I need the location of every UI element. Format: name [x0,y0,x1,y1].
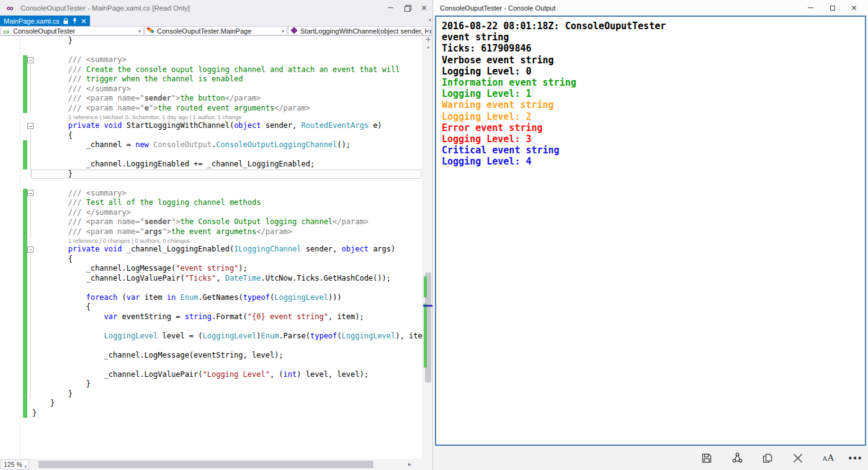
font-size-icon[interactable]: AA [816,446,841,470]
code-line [0,360,423,370]
change-bar [23,189,27,199]
code-text: } [32,399,55,409]
code-line: } [0,389,423,399]
copy-icon[interactable] [755,446,780,470]
member-dropdown-value: StartLoggingWithChannel(object sender, R… [300,27,432,35]
class-icon [147,27,155,34]
console-line: Logging Level: 1 [442,88,859,99]
vs-close-button[interactable]: ✕ [416,0,432,16]
code-text: { [32,255,73,264]
console-lines: 2016-08-22 08:01:18Z: ConsoleOuputTester… [442,20,859,167]
code-line: /// <param name="args">the event argumet… [0,227,423,237]
visual-studio-logo-icon: ∞ [4,3,16,13]
codelens-line[interactable]: 1 reference | Michael S. Scherotter, 1 d… [0,113,423,121]
code-line: var eventString = string.Format("{0} eve… [0,312,423,322]
change-bar [23,140,27,150]
console-minimize-button[interactable] [800,0,821,16]
console-maximize-button[interactable] [821,0,843,16]
change-bar [23,302,27,312]
code-text: { [32,302,91,312]
share-icon[interactable] [725,446,749,470]
console-line: Logging Level: 4 [442,156,859,167]
console-line: 2016-08-22 08:01:18Z: ConsoleOuputTester [442,20,859,32]
change-bar [23,379,27,389]
change-bar [23,283,27,293]
code-text: _channel.LoggingEnabled += _channel_Logg… [32,160,315,169]
code-text: /// Create the console ouput logging cha… [32,65,400,75]
code-text: /// Test all of the logging channel meth… [32,198,261,208]
change-bar [23,399,27,409]
code-text: } [32,389,73,399]
change-bar [23,208,27,218]
code-line: − /// <summary> [0,189,423,199]
code-line: LoggingLevel level = (LoggingLevel)Enum.… [0,332,423,341]
change-bar [23,322,27,332]
project-dropdown[interactable]: C# ConsoleOuputTester ▾ [1,26,144,35]
lock-icon [63,18,68,24]
code-line: /// <param name="sender">the button</par… [0,94,423,104]
change-bar [23,389,27,399]
code-text: /// trigger when the channel is enabled [32,75,243,84]
chevron-down-icon: ▾ [138,29,141,34]
vertical-scrollbar[interactable]: ✛ ▲ ▼ [423,36,432,467]
chevron-down-icon: ▾ [24,463,27,470]
code-line: } [0,399,423,409]
code-line: _channel.LogMessage(eventString, level); [0,351,423,361]
codelens-line[interactable]: 1 reference | 0 changes | 0 authors, 0 c… [0,237,423,245]
editor-bottom-bar: 125 % ▾ ◀ ▶ [0,459,434,470]
code-line [0,150,423,160]
change-bar [23,198,27,208]
code-line: foreach (var item in Enum.GetNames(typeo… [0,293,423,303]
console-output-window: ConsoleOuputTester - Console Output ✕ 20… [433,0,868,470]
more-icon[interactable]: ••• [843,446,868,470]
scroll-up-arrow-icon[interactable]: ▲ [423,43,433,51]
code-editor[interactable]: }− /// <summary> /// Create the console … [0,36,423,459]
change-bar [23,217,27,227]
document-tabstrip: MainPage.xaml.cs ▾ [0,16,434,26]
code-line: /// <param name="e">the routed event arg… [0,104,423,114]
console-window-title: ConsoleOuputTester - Console Output [440,4,556,12]
scroll-right-arrow-icon[interactable]: ▶ [406,459,414,469]
horizontal-scrollbar[interactable] [30,459,414,469]
code-text: } [32,169,73,179]
change-bar [23,264,27,274]
zoom-level-dropdown[interactable]: 125 % ▾ [1,459,29,469]
pin-icon[interactable] [72,18,78,24]
code-line: _channel.LoggingEnabled += _channel_Logg… [0,160,423,169]
caret-position-mark [423,305,433,307]
clear-icon[interactable] [785,446,810,470]
save-icon[interactable] [694,446,719,470]
tab-close-icon[interactable] [81,19,86,24]
code-text: var eventString = string.Format("{0} eve… [32,312,364,322]
code-text: 1 reference | 0 changes | 0 authors, 0 c… [68,237,190,245]
code-text: private void StartLoggingWithChannel(obj… [32,121,382,131]
change-bar [23,351,27,361]
change-bar [23,341,27,351]
tab-overflow-chevron-icon[interactable]: ▾ [429,17,431,23]
code-line: /// Create the console ouput logging cha… [0,65,423,75]
vs-restore-button[interactable] [399,0,416,16]
code-line [0,341,423,351]
change-bar [23,360,27,370]
horizontal-scrollbar-thumb[interactable] [38,461,374,468]
code-line: /// </summary> [0,84,423,94]
vs-minimize-button[interactable] [382,0,399,16]
chevron-down-icon: ▾ [426,29,429,34]
tab-mainpage-xaml-cs[interactable]: MainPage.xaml.cs [0,16,90,26]
code-line: { [0,302,423,312]
code-text: /// <param name="args">the event argumet… [32,227,292,237]
console-close-button[interactable]: ✕ [843,0,865,16]
code-text: { [32,131,73,141]
code-line: /// <param name="sender">the Console Out… [0,217,423,227]
member-dropdown[interactable]: StartLoggingWithChannel(object sender, R… [288,26,432,35]
tab-label: MainPage.xaml.cs [4,17,60,25]
navigation-bar: C# ConsoleOuputTester ▾ ConsoleOuputTest… [0,26,434,36]
console-line: Error event string [442,122,859,133]
zoom-level-value: 125 % [4,461,22,468]
change-bar [23,75,27,84]
console-output-area: 2016-08-22 08:01:18Z: ConsoleOuputTester… [435,16,866,446]
class-dropdown[interactable]: ConsoleOuputTester.MainPage ▾ [145,26,287,35]
change-bar [23,370,27,380]
method-icon [290,27,298,34]
console-line: Verbose event string [442,55,859,66]
